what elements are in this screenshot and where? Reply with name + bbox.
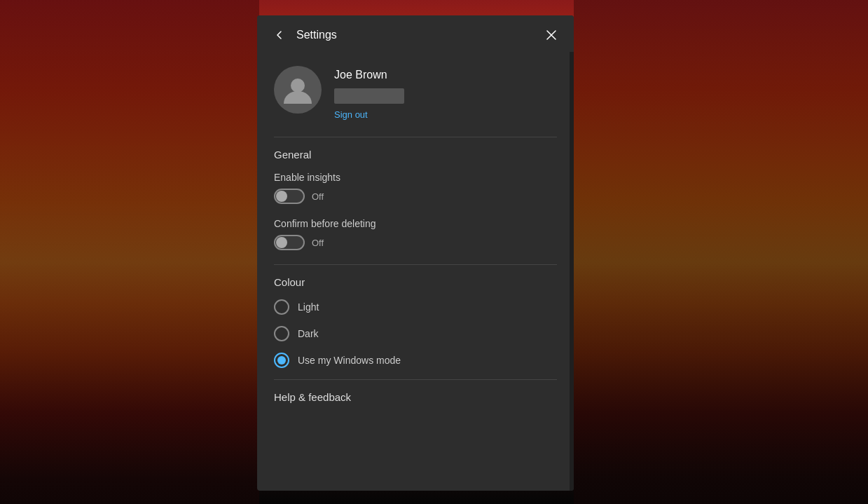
radio-light-label: Light <box>298 301 319 313</box>
user-section: Joe Brown Sign out <box>274 55 557 134</box>
enable-insights-state: Off <box>312 191 324 202</box>
scrollbar-track[interactable] <box>570 52 574 491</box>
confirm-delete-toggle[interactable] <box>274 235 305 250</box>
radio-windows-mode-label: Use my Windows mode <box>298 355 401 366</box>
close-button[interactable] <box>540 24 563 46</box>
radio-dark[interactable]: Dark <box>274 326 557 341</box>
bg-left-overlay <box>0 0 259 504</box>
colour-header: Colour <box>274 276 557 288</box>
sign-out-link[interactable]: Sign out <box>334 109 404 120</box>
radio-light-outer[interactable] <box>274 299 289 315</box>
confirm-delete-toggle-row: Off <box>274 235 557 250</box>
user-name: Joe Brown <box>334 69 404 81</box>
confirm-delete-row: Confirm before deleting Off <box>274 218 557 250</box>
divider-colour <box>274 379 557 380</box>
general-header: General <box>274 149 557 161</box>
help-header: Help & feedback <box>274 391 557 403</box>
enable-insights-thumb <box>276 191 287 202</box>
radio-windows-mode[interactable]: Use my Windows mode <box>274 353 557 368</box>
divider-user <box>274 137 557 137</box>
back-button[interactable] <box>268 24 291 46</box>
svg-point-0 <box>291 79 305 93</box>
help-section: Help & feedback <box>274 391 557 403</box>
user-info: Joe Brown Sign out <box>334 66 404 120</box>
bg-right-overlay <box>574 0 868 504</box>
confirm-delete-label: Confirm before deleting <box>274 218 557 229</box>
radio-windows-mode-outer[interactable] <box>274 353 289 368</box>
general-section: General Enable insights Off Confirm befo… <box>274 149 557 250</box>
radio-dark-label: Dark <box>298 328 319 339</box>
enable-insights-toggle-row: Off <box>274 189 557 204</box>
radio-dark-outer[interactable] <box>274 326 289 341</box>
enable-insights-toggle[interactable] <box>274 189 305 204</box>
title-bar: Settings <box>257 15 574 55</box>
confirm-delete-thumb <box>276 237 287 248</box>
radio-windows-mode-inner <box>277 356 286 365</box>
confirm-delete-state: Off <box>312 238 324 248</box>
divider-general <box>274 264 557 265</box>
user-badge <box>334 88 404 104</box>
settings-title: Settings <box>296 29 540 41</box>
panel-content: Joe Brown Sign out General Enable insigh… <box>257 55 574 491</box>
colour-section: Colour Light Dark Use my Windows mode <box>274 276 557 368</box>
settings-panel: Settings Joe Brown Sign out <box>257 15 574 491</box>
enable-insights-row: Enable insights Off <box>274 172 557 204</box>
avatar <box>274 66 322 114</box>
enable-insights-label: Enable insights <box>274 172 557 183</box>
radio-light[interactable]: Light <box>274 299 557 315</box>
